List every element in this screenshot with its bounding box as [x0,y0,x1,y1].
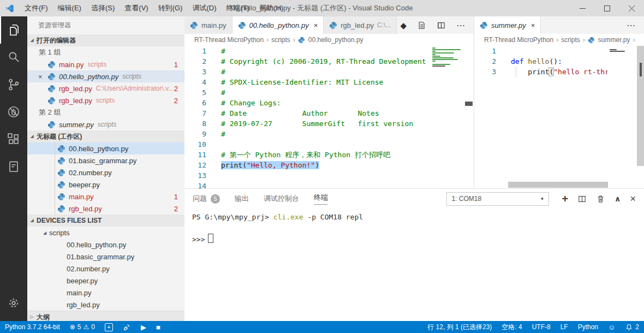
horizontal-scrollbar[interactable] [508,182,608,188]
problems-status[interactable]: ⊗5 ⚠0 [65,321,100,333]
stop-button[interactable]: ■ [151,321,165,333]
kill-terminal-icon[interactable] [596,194,605,204]
search-icon[interactable] [0,44,27,71]
line-number[interactable]: 6 [184,98,206,108]
scrollbar-thumb[interactable] [465,102,473,106]
panel-tab-output[interactable]: 输出 [235,194,249,204]
workspace-file-item[interactable]: 00.hello_python.py [27,142,184,154]
add-device-button[interactable]: + [100,321,118,333]
close-icon[interactable]: × [38,73,47,81]
line-number[interactable]: 3 [474,67,496,77]
more-actions-icon[interactable]: ⋯ [456,20,466,31]
menu-debug[interactable]: 调试(D) [187,0,221,16]
device-file-item[interactable]: rgb_led.py [27,299,184,311]
device-file-item[interactable]: 02.number.py [27,263,184,275]
code-editor-1[interactable]: 1#2# Copyright (c) 2006-2019, RT-Thread … [184,46,474,188]
connect-device-button[interactable] [118,321,136,333]
language-mode-status[interactable]: Python [573,321,603,333]
open-editor-item[interactable]: ×00.hello_python.pyscripts [27,70,184,82]
run-button[interactable]: ▶ [136,321,151,333]
cursor-position-status[interactable]: 行 12, 列 1 (已选择23) [422,321,497,333]
line-number[interactable]: 12 [184,160,206,170]
source-control-icon[interactable] [0,71,27,98]
line-number[interactable]: 10 [184,139,206,150]
breadcrumb-item[interactable]: RT-Thread MicroPython [483,36,554,44]
minimize-button[interactable] [570,0,595,16]
split-editor-icon[interactable] [437,21,446,30]
close-icon[interactable]: × [531,21,535,29]
menu-selection[interactable]: 选择(S) [86,0,120,16]
feedback-smiley-icon[interactable]: ☺ [603,321,620,333]
menu-file[interactable]: 文件(F) [20,0,53,16]
settings-gear-icon[interactable] [0,289,27,317]
close-window-button[interactable] [619,0,644,16]
close-panel-icon[interactable]: × [630,193,636,205]
devices-files-header[interactable]: ◢ DEVICES FILES LIST [27,215,184,227]
open-editor-item[interactable]: main.pyscripts1 [27,58,184,70]
run-file-icon[interactable]: ◆ [400,21,407,29]
line-number[interactable]: 5 [184,87,206,98]
python-interpreter-status[interactable]: Python 3.7.2 64-bit [0,321,65,333]
panel-tab-problems[interactable]: 问题5 [193,194,220,204]
line-number[interactable]: 1 [474,46,496,56]
device-file-item[interactable]: 01.basic_grammar.py [27,251,184,263]
workspace-file-item[interactable]: rgb_led.py2 [27,203,184,215]
notifications-bell[interactable]: 2 [620,321,644,333]
minimap[interactable] [607,47,635,181]
open-editor-item[interactable]: rgb_led.pyscripts2 [27,94,184,106]
panel-tab-terminal[interactable]: 终端 [314,193,328,205]
debug-icon[interactable] [0,98,27,126]
workspace-file-item[interactable]: beeper.py [27,179,184,191]
device-file-item[interactable]: beeper.py [27,275,184,287]
menu-view[interactable]: 查看(V) [120,0,153,16]
menu-edit[interactable]: 编辑(E) [53,0,86,16]
workspace-file-item[interactable]: main.py1 [27,191,184,203]
code-editor-2[interactable]: 12def hello():3 print("hello rt-thread" [474,46,644,188]
open-editor-item[interactable]: rgb_led.pyC:\Users\Administrator\.v...2 [27,82,184,94]
devices-folder-scripts[interactable]: ◢ scripts [27,227,184,239]
examples-panel-icon[interactable] [0,153,27,180]
more-actions-icon[interactable]: ⋯ [627,20,636,31]
maximize-button[interactable] [595,0,619,16]
explorer-icon[interactable] [0,16,27,44]
split-terminal-icon[interactable] [577,194,587,204]
extensions-icon[interactable] [0,126,27,153]
device-file-item[interactable]: 00.hello_python.py [27,239,184,251]
close-icon[interactable]: × [314,21,318,29]
breadcrumb-item[interactable]: summer.py [597,36,631,44]
line-number[interactable]: 2 [474,56,496,67]
encoding-status[interactable]: UTF-8 [527,321,556,333]
line-number[interactable]: 9 [184,129,206,139]
line-number[interactable]: 4 [184,77,206,87]
breadcrumb-item[interactable]: scripts [270,36,291,44]
open-editors-header[interactable]: ◢ 打开的编辑器 [27,34,184,46]
line-number[interactable]: 2 [184,56,206,67]
breadcrumb-item[interactable]: scripts [560,36,581,44]
editor-tab[interactable]: rgb_led.pyC:\... [324,16,397,34]
line-number[interactable]: 7 [184,108,206,118]
workspace-header[interactable]: ◢ 无标题 (工作区) [27,130,184,142]
line-number[interactable]: 3 [184,67,206,77]
menu-go[interactable]: 转到(G) [153,0,188,16]
terminal-output[interactable]: PS G:\mpy\mpy_prj> cli.exe -p COM18 repl… [184,209,644,321]
workspace-file-item[interactable]: 01.basic_grammar.py [27,154,184,166]
open-editor-item[interactable]: summer.pyscripts [27,118,184,130]
line-number[interactable]: 11 [184,150,206,160]
editor-tab[interactable]: summer.py× [474,16,541,34]
line-number[interactable]: 14 [184,181,206,188]
new-terminal-icon[interactable]: + [562,193,568,204]
workspace-file-item[interactable]: 02.number.py [27,166,184,179]
indentation-status[interactable]: 空格: 4 [497,321,527,333]
editor-tab[interactable]: 00.hello_python.py× [232,16,324,34]
line-number[interactable]: 8 [184,118,206,129]
outline-header[interactable]: ▷ 大纲 [27,311,184,321]
minimap[interactable] [430,47,465,188]
file-view-icon[interactable] [417,21,426,30]
editor-tab[interactable]: main.py [184,16,232,34]
line-number[interactable]: 13 [184,170,206,181]
maximize-panel-icon[interactable]: ∧ [615,194,621,203]
breadcrumb-item[interactable]: 00.hello_python.py [307,36,365,44]
panel-tab-debug-console[interactable]: 调试控制台 [264,194,299,204]
eol-status[interactable]: LF [556,321,573,333]
line-number[interactable]: 1 [184,46,206,56]
